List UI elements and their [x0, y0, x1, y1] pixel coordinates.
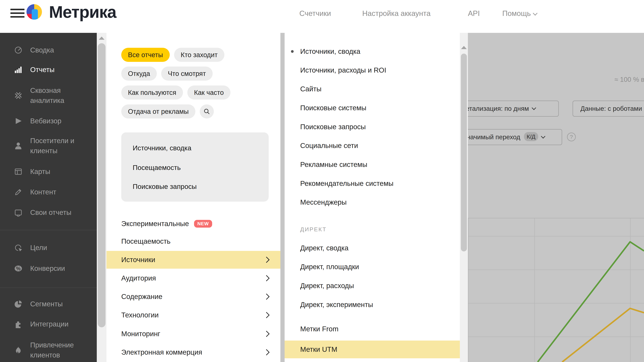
- nav-account-settings[interactable]: Настройка аккаунта: [362, 0, 430, 27]
- filter-chip-ad-payoff[interactable]: Отдача от рекламы: [121, 104, 196, 118]
- category-experimental[interactable]: Экспериментальные NEW: [106, 215, 280, 233]
- submenu-scrollbar: [460, 33, 468, 362]
- submenu-label: Директ, эксперименты: [300, 301, 373, 309]
- sidebar-item-label: Карты: [30, 167, 86, 177]
- scroll-up-icon[interactable]: [461, 46, 467, 49]
- category-label: Электронная коммерция: [121, 348, 202, 356]
- sidebar-item-my-reports[interactable]: Свои отчеты: [0, 207, 98, 218]
- chevron-right-icon: [264, 331, 270, 337]
- sidebar-item-integrations[interactable]: Интеграции: [0, 319, 98, 329]
- submenu-sources-summary[interactable]: Источники, сводка: [284, 42, 460, 60]
- submenu-label: Рекомендательные системы: [300, 179, 394, 188]
- data-robots-select[interactable]: Данные: с роботами: [572, 100, 644, 117]
- sidebar-item-goals[interactable]: Цели: [0, 243, 98, 253]
- submenu-search-engines[interactable]: Поисковые системы: [284, 99, 460, 117]
- category-traffic[interactable]: Посещаемость: [106, 232, 280, 250]
- submenu-label: Источники, расходы и ROI: [300, 66, 386, 74]
- category-label: Экспериментальные: [121, 220, 189, 228]
- robots-percentage-note: ≈ 100 % визитов: [614, 76, 644, 83]
- category-technologies[interactable]: Технологии: [106, 306, 280, 324]
- layout-icon: [14, 168, 22, 176]
- category-content[interactable]: Содержание: [106, 288, 280, 306]
- submenu-label: Директ, расходы: [300, 282, 354, 290]
- category-label: Посещаемость: [121, 237, 170, 245]
- scroll-up-icon[interactable]: [99, 36, 104, 40]
- filter-chip-row: Как пользуются Как часто: [121, 85, 230, 99]
- sidebar-item-maps[interactable]: Карты: [0, 167, 98, 177]
- submenu-direct-costs[interactable]: Директ, расходы: [284, 277, 460, 295]
- sidebar-item-reports[interactable]: Отчеты: [0, 65, 98, 75]
- submenu-label: Директ, площадки: [300, 263, 359, 271]
- submenu-sources-costs-roi[interactable]: Источники, расходы и ROI: [284, 61, 460, 79]
- submenu-direct-summary[interactable]: Директ, сводка: [284, 239, 460, 257]
- filter-chip-how-often[interactable]: Как часто: [187, 85, 230, 99]
- submenu-ad-systems[interactable]: Рекламные системы: [284, 156, 460, 173]
- submenu-recommendation-systems[interactable]: Рекомендательные системы: [284, 175, 460, 192]
- percent-icon: %: [14, 265, 22, 273]
- submenu-label: Мессенджеры: [300, 198, 347, 206]
- search-button[interactable]: [200, 104, 214, 118]
- category-audience[interactable]: Аудитория: [106, 269, 280, 287]
- sidebar-item-label: Привлечение клиентов: [30, 340, 86, 360]
- sidebar-item-client-acquisition[interactable]: Привлечение клиентов: [0, 340, 98, 360]
- direct-section-header: ДИРЕКТ: [300, 225, 326, 233]
- favorite-report-traffic[interactable]: Посещаемость: [133, 164, 181, 172]
- hamburger-menu-icon[interactable]: [10, 9, 24, 20]
- brand-title: Метрика: [49, 4, 116, 19]
- submenu-messengers[interactable]: Мессенджеры: [284, 193, 460, 211]
- sidebar-item-label: Сквозная аналитика: [30, 85, 86, 106]
- help-icon[interactable]: ?: [567, 133, 576, 141]
- filter-chip-who-visits[interactable]: Кто заходит: [174, 48, 224, 62]
- nav-help[interactable]: Помощь: [502, 0, 537, 27]
- sidebar-item-cross-analytics[interactable]: Сквозная аналитика: [0, 85, 98, 106]
- filter-chip-what-they-view[interactable]: Что смотрят: [161, 66, 213, 81]
- sidebar-item-summary[interactable]: Сводка: [0, 45, 98, 55]
- submenu-utm-tags[interactable]: Метки UTM: [284, 341, 460, 358]
- category-label: Содержание: [121, 293, 162, 301]
- sidebar-item-content[interactable]: Контент: [0, 187, 98, 197]
- yandex-metrica-app: Метрика Счетчики Настройка аккаунта API …: [0, 0, 644, 362]
- submenu-label: Директ, сводка: [300, 244, 348, 252]
- scrollbar-thumb[interactable]: [98, 43, 106, 327]
- sidebar-item-webvisor[interactable]: Вебвизор: [0, 116, 98, 126]
- category-label: Мониторинг: [121, 330, 160, 338]
- submenu-social-networks[interactable]: Социальные сети: [284, 137, 460, 155]
- scrollbar-thumb[interactable]: [461, 54, 467, 251]
- pie-chart-icon: [14, 300, 22, 308]
- metrica-logo-icon: [26, 4, 42, 19]
- sidebar-item-label: Конверсии: [30, 264, 86, 274]
- submenu-sites[interactable]: Сайты: [284, 80, 460, 98]
- nav-api[interactable]: API: [468, 0, 480, 27]
- favorite-report-sources-summary[interactable]: Источники, сводка: [133, 144, 191, 152]
- filter-chip-all-reports[interactable]: Все отчеты: [121, 48, 170, 62]
- submenu-label: Поисковые системы: [300, 104, 366, 112]
- sidebar-item-label: Вебвизор: [30, 116, 86, 126]
- nav-counters[interactable]: Счетчики: [299, 0, 331, 27]
- sidebar-item-label: Отчеты: [30, 65, 86, 75]
- sidebar-item-visitors[interactable]: Посетители и клиенты: [0, 136, 98, 156]
- nav-help-label: Помощь: [502, 9, 531, 17]
- flame-icon: [14, 346, 22, 354]
- filter-chip-how-they-use[interactable]: Как пользуются: [121, 85, 183, 99]
- category-monitoring[interactable]: Мониторинг: [106, 325, 280, 343]
- submenu-search-queries[interactable]: Поисковые запросы: [284, 118, 460, 136]
- category-ecommerce[interactable]: Электронная коммерция: [106, 344, 280, 361]
- person-icon: [14, 142, 22, 150]
- submenu-label: Социальные сети: [300, 142, 358, 150]
- sidebar-item-label: Свои отчеты: [30, 207, 86, 218]
- favorite-report-search-queries[interactable]: Поисковые запросы: [133, 183, 197, 191]
- overlay-scrollbar-left: [97, 33, 106, 362]
- submenu-direct-experiments[interactable]: Директ, эксперименты: [284, 296, 460, 314]
- chevron-down-icon: [541, 134, 546, 139]
- sidebar-item-segments[interactable]: Сегменты: [0, 299, 98, 309]
- attribution-model-badge: К/Д: [524, 132, 538, 141]
- category-sources[interactable]: Источники: [106, 251, 280, 269]
- play-icon: [14, 117, 22, 125]
- sidebar-item-label: Цели: [30, 243, 86, 253]
- submenu-direct-platforms[interactable]: Директ, площадки: [284, 258, 460, 276]
- favorite-reports-box: Источники, сводка Посещаемость Поисковые…: [121, 132, 269, 202]
- filter-chip-from-where[interactable]: Откуда: [121, 66, 157, 81]
- new-badge: NEW: [194, 220, 212, 228]
- sidebar-item-conversions[interactable]: % Конверсии: [0, 264, 98, 274]
- submenu-from-tags[interactable]: Метки From: [284, 320, 460, 338]
